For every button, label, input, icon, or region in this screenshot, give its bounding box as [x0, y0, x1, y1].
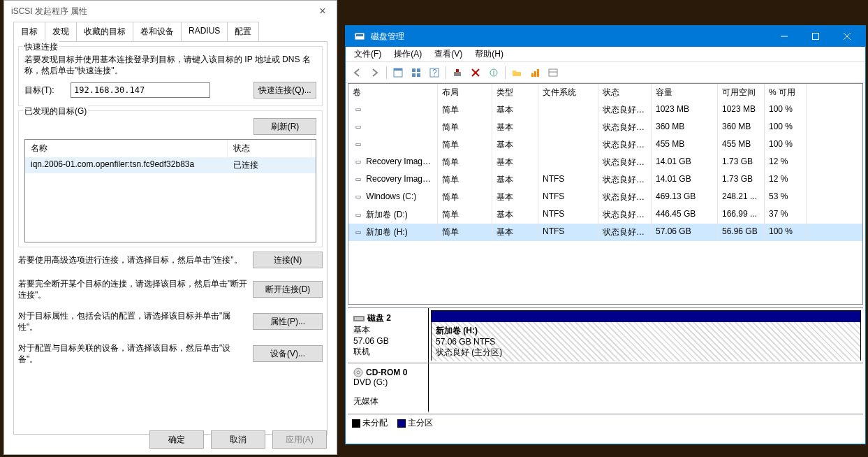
iscsi-properties-dialog: iSCSI 发起程序 属性 × 目标 发现 收藏的目标 卷和设备 RADIUS …: [3, 0, 337, 455]
table-row[interactable]: ▭ 新加卷 (H:)简单基本NTFS状态良好 (...57.06 GB56.96…: [348, 224, 862, 241]
window-title: 磁盘管理: [371, 31, 768, 43]
minimize-button[interactable]: [768, 26, 800, 47]
delete-icon[interactable]: [467, 65, 484, 80]
group-label: 已发现的目标(G): [23, 106, 88, 117]
tab-panel: 快速连接 若要发现目标并使用基本连接登录到目标，请键入该目标的 IP 地址或 D…: [13, 41, 328, 435]
cdrom-name: CD-ROM 0: [366, 368, 407, 377]
apply-button[interactable]: 应用(A): [272, 430, 327, 449]
group-label: 快速连接: [23, 41, 59, 53]
svg-rect-11: [417, 73, 420, 77]
cdrom-drive: DVD (G:): [353, 377, 422, 387]
disconnect-button[interactable]: 断开连接(D): [253, 281, 323, 298]
tab-volumes[interactable]: 卷和设备: [133, 22, 182, 42]
legend-primary-box: [397, 419, 406, 428]
menubar: 文件(F) 操作(A) 查看(V) 帮助(H): [346, 47, 865, 62]
cdrom-info[interactable]: CD-ROM 0 DVD (G:) 无媒体: [348, 363, 429, 412]
menu-help[interactable]: 帮助(H): [469, 48, 509, 60]
svg-rect-23: [549, 69, 557, 76]
col-free[interactable]: 可用空间: [718, 84, 765, 101]
col-volume[interactable]: 卷: [348, 84, 438, 101]
titlebar[interactable]: 磁盘管理: [346, 26, 865, 47]
disk-name: 磁盘 2: [367, 312, 391, 324]
svg-rect-26: [355, 317, 363, 320]
col-layout[interactable]: 布局: [438, 84, 492, 101]
disk-management-window: 磁盘管理 文件(F) 操作(A) 查看(V) 帮助(H) ? 卷 布局 类型 文…: [345, 25, 866, 444]
devices-button[interactable]: 设备(V)...: [253, 345, 323, 362]
settings-icon[interactable]: [449, 65, 466, 80]
view-icon[interactable]: [390, 65, 406, 80]
connect-button[interactable]: 连接(N): [253, 252, 323, 268]
col-pct[interactable]: % 可用: [765, 84, 807, 101]
col-name[interactable]: 名称: [25, 140, 228, 157]
list-icon[interactable]: [545, 65, 561, 80]
svg-rect-1: [356, 34, 363, 36]
help-icon[interactable]: ?: [426, 65, 443, 80]
properties-icon[interactable]: [485, 65, 502, 80]
cancel-button[interactable]: 取消: [211, 430, 265, 449]
maximize-button[interactable]: [800, 26, 831, 47]
disk-icon: [353, 314, 365, 323]
partition-size: 57.06 GB NTFS: [436, 337, 856, 347]
back-icon[interactable]: [348, 65, 365, 80]
table-row[interactable]: ▭ 简单基本状态良好 (...455 MB455 MB100 %: [348, 136, 862, 154]
table-row[interactable]: ▭ 新加卷 (D:)简单基本NTFS状态良好 (...446.45 GB166.…: [348, 206, 862, 224]
svg-rect-10: [412, 73, 415, 77]
quick-connect-help: 若要发现目标并使用基本连接登录到目标，请键入该目标的 IP 地址或 DNS 名称…: [24, 54, 316, 76]
list-header: 名称 状态: [25, 140, 316, 157]
chart-icon[interactable]: [527, 65, 543, 80]
menu-action[interactable]: 操作(A): [388, 48, 427, 60]
quick-connect-group: 快速连接 若要发现目标并使用基本连接登录到目标，请键入该目标的 IP 地址或 D…: [18, 46, 323, 106]
table-row[interactable]: ▭ 简单基本状态良好 (...1023 MB1023 MB100 %: [348, 101, 862, 119]
disk-info[interactable]: 磁盘 2 基本 57.06 GB 联机: [348, 308, 429, 363]
cdrom-icon: [353, 368, 363, 377]
tab-radius[interactable]: RADIUS: [181, 22, 228, 42]
table-row[interactable]: ▭ Recovery Image ...简单基本NTFS状态良好 (...14.…: [348, 171, 862, 189]
col-fs[interactable]: 文件系统: [538, 84, 598, 101]
refresh-icon[interactable]: [408, 65, 425, 80]
legend-primary: 主分区: [408, 418, 433, 428]
tab-targets[interactable]: 目标: [13, 22, 45, 42]
tab-config[interactable]: 配置: [227, 22, 259, 42]
dialog-titlebar: iSCSI 发起程序 属性 ×: [4, 1, 337, 22]
table-row[interactable]: ▭ Recovery Image ...简单基本状态良好 (...14.01 G…: [348, 154, 862, 171]
partition-name: 新加卷 (H:): [436, 325, 856, 337]
grid-header: 卷 布局 类型 文件系统 状态 容量 可用空间 % 可用: [348, 84, 862, 101]
col-status[interactable]: 状态: [228, 140, 311, 157]
folder-icon[interactable]: [508, 65, 525, 80]
table-row[interactable]: ▭ Windows (C:)简单基本NTFS状态良好 (...469.13 GB…: [348, 189, 862, 206]
partition[interactable]: 新加卷 (H:) 57.06 GB NTFS 状态良好 (主分区): [431, 310, 861, 361]
svg-rect-14: [454, 72, 461, 76]
list-item[interactable]: iqn.2006-01.com.openfiler:tsn.fc9edf32b8…: [25, 157, 316, 173]
close-icon[interactable]: ×: [316, 5, 330, 17]
target-iqn: iqn.2006-01.com.openfiler:tsn.fc9edf32b8…: [25, 157, 228, 173]
properties-button[interactable]: 属性(P)...: [253, 313, 323, 330]
target-status: 已连接: [228, 157, 311, 173]
menu-view[interactable]: 查看(V): [429, 48, 468, 60]
svg-rect-7: [394, 68, 402, 71]
toolbar: ?: [346, 62, 865, 83]
discovered-group: 已发现的目标(G) 刷新(R) 名称 状态 iqn.2006-01.com.op…: [18, 110, 323, 247]
disconnect-help: 若要完全断开某个目标的连接，请选择该目标，然后单击"断开连接"。: [18, 278, 249, 300]
col-type[interactable]: 类型: [492, 84, 538, 101]
volume-grid: 卷 布局 类型 文件系统 状态 容量 可用空间 % 可用 ▭ 简单基本状态良好 …: [348, 83, 863, 305]
tab-discovery[interactable]: 发现: [45, 22, 77, 42]
disk-row: 磁盘 2 基本 57.06 GB 联机 新加卷 (H:) 57.06 GB NT…: [348, 308, 863, 363]
tab-bar: 目标 发现 收藏的目标 卷和设备 RADIUS 配置: [4, 22, 337, 42]
quick-connect-button[interactable]: 快速连接(Q)...: [253, 82, 316, 99]
svg-text:?: ?: [432, 68, 437, 78]
targets-list[interactable]: 名称 状态 iqn.2006-01.com.openfiler:tsn.fc9e…: [24, 139, 316, 242]
tab-favorites[interactable]: 收藏的目标: [76, 22, 133, 42]
devices-help: 对于配置与目标关联的设备，请选择该目标，然后单击"设备"。: [18, 342, 249, 365]
forward-icon[interactable]: [367, 65, 383, 80]
col-status[interactable]: 状态: [598, 84, 652, 101]
table-row[interactable]: ▭ 简单基本状态良好 (...360 MB360 MB100 %: [348, 119, 862, 136]
target-label: 目标(T):: [24, 85, 66, 96]
menu-file[interactable]: 文件(F): [348, 48, 387, 60]
legend: 未分配 主分区: [348, 414, 863, 432]
col-capacity[interactable]: 容量: [652, 84, 718, 101]
close-button[interactable]: [831, 26, 862, 47]
disk-layout-panel: 磁盘 2 基本 57.06 GB 联机 新加卷 (H:) 57.06 GB NT…: [348, 307, 863, 412]
target-input[interactable]: [71, 82, 210, 98]
refresh-button[interactable]: 刷新(R): [253, 118, 316, 135]
ok-button[interactable]: 确定: [149, 430, 204, 449]
